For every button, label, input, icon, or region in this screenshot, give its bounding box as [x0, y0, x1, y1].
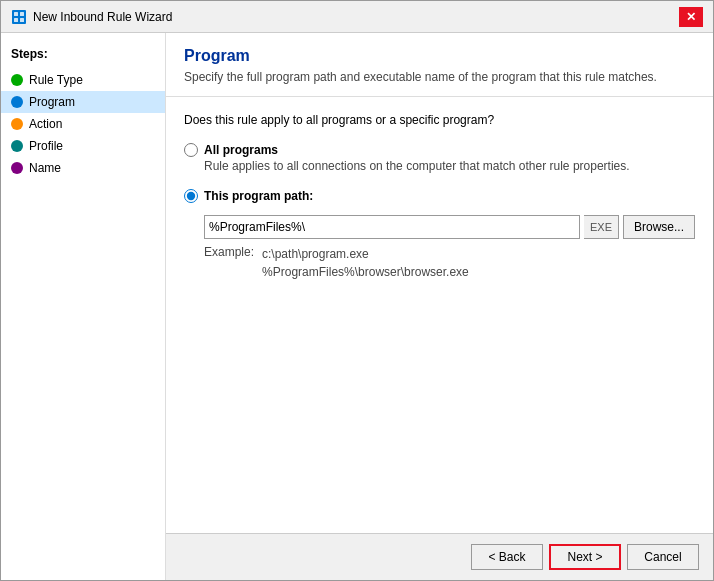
this-program-row: This program path:: [184, 189, 695, 203]
this-program-option: This program path: EXE Browse... Example…: [184, 189, 695, 281]
main-header-desc: Specify the full program path and execut…: [184, 69, 695, 86]
cancel-button[interactable]: Cancel: [627, 544, 699, 570]
close-button[interactable]: ✕: [679, 7, 703, 27]
program-path-input[interactable]: [204, 215, 580, 239]
all-programs-option: All programs Rule applies to all connect…: [184, 143, 695, 173]
dot-program: [11, 96, 23, 108]
back-button[interactable]: < Back: [471, 544, 543, 570]
firewall-icon: [11, 9, 27, 25]
title-bar: New Inbound Rule Wizard ✕: [1, 1, 713, 33]
sidebar-label-name: Name: [29, 161, 61, 175]
exe-badge: EXE: [584, 215, 619, 239]
sidebar-label-action: Action: [29, 117, 62, 131]
title-bar-left: New Inbound Rule Wizard: [11, 9, 172, 25]
sidebar-label-program: Program: [29, 95, 75, 109]
content-area: Steps: Rule Type Program Action Profile …: [1, 33, 713, 580]
sidebar-item-profile[interactable]: Profile: [1, 135, 165, 157]
all-programs-radio[interactable]: [184, 143, 198, 157]
browse-button[interactable]: Browse...: [623, 215, 695, 239]
program-path-input-row: EXE Browse...: [204, 215, 695, 239]
sidebar-title: Steps:: [1, 43, 165, 69]
sidebar-item-action[interactable]: Action: [1, 113, 165, 135]
all-programs-desc: Rule applies to all connections on the c…: [204, 159, 695, 173]
svg-rect-3: [14, 18, 18, 22]
dot-action: [11, 118, 23, 130]
main-content: Does this rule apply to all programs or …: [166, 97, 713, 533]
sidebar-label-profile: Profile: [29, 139, 63, 153]
next-button[interactable]: Next >: [549, 544, 621, 570]
svg-rect-1: [14, 12, 18, 16]
dot-name: [11, 162, 23, 174]
dot-profile: [11, 140, 23, 152]
sidebar-item-program[interactable]: Program: [1, 91, 165, 113]
this-program-label[interactable]: This program path:: [204, 189, 313, 203]
example-label: Example:: [204, 245, 254, 281]
window-title: New Inbound Rule Wizard: [33, 10, 172, 24]
main-header-title: Program: [184, 47, 695, 65]
sidebar: Steps: Rule Type Program Action Profile …: [1, 33, 166, 580]
footer: < Back Next > Cancel: [166, 533, 713, 580]
program-path-section: EXE Browse... Example: c:\path\program.e…: [184, 215, 695, 281]
example-section: Example: c:\path\program.exe%ProgramFile…: [204, 245, 695, 281]
svg-rect-2: [20, 12, 24, 16]
svg-rect-4: [20, 18, 24, 22]
svg-rect-0: [12, 10, 26, 24]
all-programs-row: All programs: [184, 143, 695, 157]
sidebar-item-ruletype[interactable]: Rule Type: [1, 69, 165, 91]
main-panel: Program Specify the full program path an…: [166, 33, 713, 580]
sidebar-item-name[interactable]: Name: [1, 157, 165, 179]
wizard-window: New Inbound Rule Wizard ✕ Steps: Rule Ty…: [0, 0, 714, 581]
main-header: Program Specify the full program path an…: [166, 33, 713, 97]
example-text: c:\path\program.exe%ProgramFiles%\browse…: [262, 245, 469, 281]
dot-ruletype: [11, 74, 23, 86]
question-text: Does this rule apply to all programs or …: [184, 113, 695, 127]
all-programs-label[interactable]: All programs: [204, 143, 278, 157]
radio-group: All programs Rule applies to all connect…: [184, 143, 695, 281]
this-program-radio[interactable]: [184, 189, 198, 203]
sidebar-label-ruletype: Rule Type: [29, 73, 83, 87]
